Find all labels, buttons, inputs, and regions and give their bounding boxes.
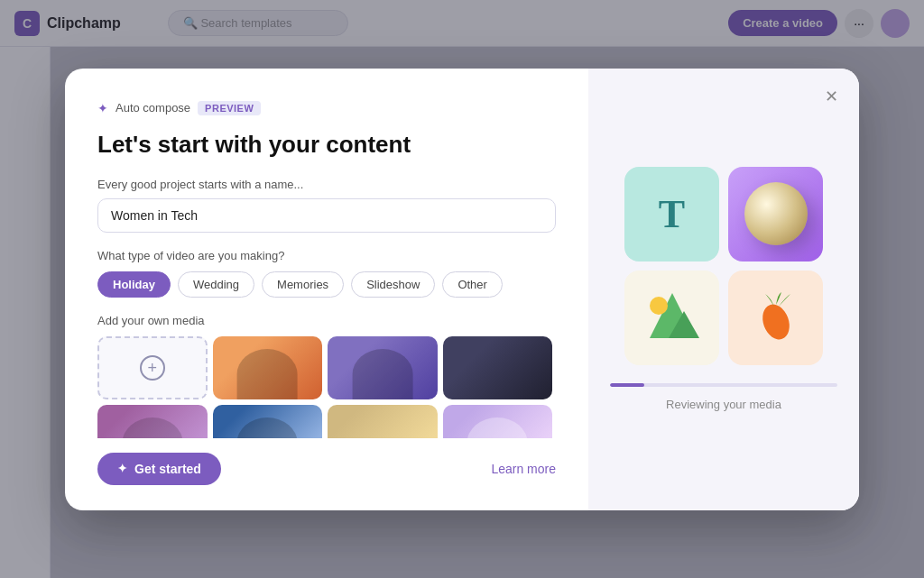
- preview-badge: PREVIEW: [198, 101, 261, 115]
- media-thumb-4[interactable]: [97, 405, 208, 437]
- pill-wedding[interactable]: Wedding: [178, 271, 254, 298]
- preview-text-cell: T: [624, 167, 719, 261]
- media-thumb-1[interactable]: [213, 336, 323, 399]
- media-thumb-3[interactable]: [443, 336, 553, 399]
- pill-slideshow[interactable]: Slideshow: [351, 271, 435, 298]
- media-label: Add your own media: [97, 314, 556, 327]
- carrot-icon: [749, 290, 803, 344]
- media-thumb-7[interactable]: [443, 405, 553, 437]
- project-name-label: Every good project starts with a name...: [97, 178, 556, 191]
- svg-point-3: [650, 297, 668, 315]
- media-grid: +: [97, 336, 556, 437]
- media-thumb-5[interactable]: [213, 405, 323, 437]
- text-icon: T: [659, 191, 685, 237]
- pill-holiday[interactable]: Holiday: [97, 271, 171, 298]
- modal-title: Let's start with your content: [97, 130, 556, 161]
- get-started-button[interactable]: ✦ Get started: [97, 453, 221, 485]
- modal-overlay: ✦ Auto compose PREVIEW Let's start with …: [0, 0, 924, 578]
- sphere-icon: [744, 182, 808, 245]
- preview-icons-grid: T: [624, 167, 823, 365]
- preview-triangle-cell: [624, 271, 719, 365]
- pill-other[interactable]: Other: [442, 271, 503, 298]
- project-name-input[interactable]: [97, 198, 556, 233]
- modal-footer: ✦ Get started Learn more: [97, 453, 556, 485]
- auto-compose-label: Auto compose: [116, 101, 190, 115]
- learn-more-link[interactable]: Learn more: [491, 462, 556, 476]
- auto-compose-modal: ✦ Auto compose PREVIEW Let's start with …: [65, 69, 859, 510]
- pill-memories[interactable]: Memories: [262, 271, 344, 298]
- add-media-button[interactable]: +: [97, 336, 208, 399]
- auto-compose-icon: ✦: [97, 101, 108, 115]
- video-type-label: What type of video are you making?: [97, 249, 556, 262]
- get-started-label: Get started: [134, 462, 201, 476]
- modal-badge-row: ✦ Auto compose PREVIEW: [97, 101, 556, 115]
- mountain-icon: [641, 286, 704, 349]
- preview-purple-cell: [728, 167, 823, 261]
- media-thumb-6[interactable]: [328, 405, 438, 437]
- svg-point-4: [758, 300, 794, 343]
- video-type-pills: Holiday Wedding Memories Slideshow Other: [97, 271, 556, 298]
- close-button[interactable]: ✕: [818, 83, 845, 110]
- preview-carrot-cell: [728, 271, 823, 365]
- media-thumb-2[interactable]: [328, 336, 438, 399]
- modal-left-panel: ✦ Auto compose PREVIEW Let's start with …: [65, 69, 588, 510]
- progress-area: Reviewing your media: [610, 383, 837, 412]
- plus-icon: +: [140, 355, 165, 381]
- modal-right-panel: ✕ T: [588, 69, 859, 510]
- get-started-icon: ✦: [117, 462, 127, 475]
- progress-bar-background: [610, 383, 837, 387]
- progress-bar-fill: [610, 383, 644, 387]
- progress-label: Reviewing your media: [666, 398, 781, 411]
